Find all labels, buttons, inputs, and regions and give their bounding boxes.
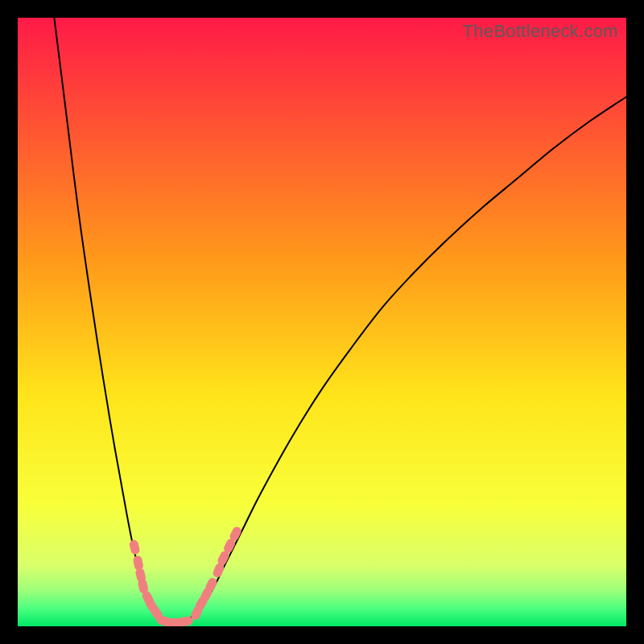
- gradient-background: [18, 18, 626, 626]
- plot-area: TheBottleneck.com: [18, 18, 626, 626]
- outer-black-border: TheBottleneck.com: [0, 0, 644, 644]
- site-watermark: TheBottleneck.com: [463, 21, 618, 42]
- chart-svg: [18, 18, 626, 626]
